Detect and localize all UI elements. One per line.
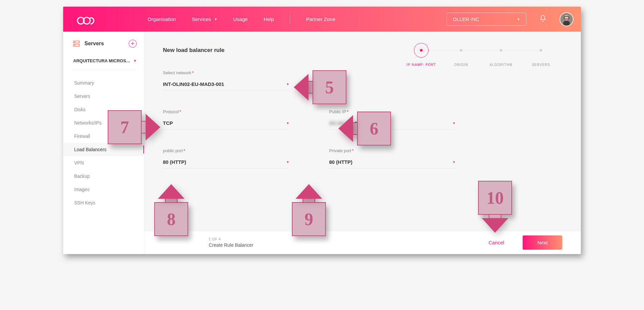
sidebar-item-load-balancers[interactable]: Load Balancers bbox=[63, 143, 144, 156]
footer-subtitle: Create Rule Balancer bbox=[209, 242, 253, 248]
wizard-footer: 1 OF 4 Create Rule Balancer Cancel Next bbox=[144, 231, 581, 254]
nav-services[interactable]: Services▼ bbox=[192, 16, 217, 22]
top-header: Organisation Services▼ Usage Help Partne… bbox=[63, 7, 581, 32]
public-port-label: public port* bbox=[163, 148, 289, 153]
project-label: ARQUITECTURA MICROS… bbox=[73, 58, 130, 63]
private-port-value: 80 (HTTP) bbox=[329, 159, 352, 165]
org-select[interactable]: OLLER INC ▼ bbox=[447, 13, 526, 26]
sidebar-divider bbox=[73, 69, 137, 70]
step-servers[interactable]: SERVERS bbox=[521, 43, 561, 67]
step-counter: 1 OF 4 bbox=[209, 237, 253, 241]
public-port-value: 80 (HTTP) bbox=[163, 159, 186, 165]
svg-point-9 bbox=[74, 45, 75, 45]
sidebar-item-vpn[interactable]: VPN bbox=[63, 156, 144, 169]
sidebar-item-ssh-keys[interactable]: SSH Keys bbox=[63, 196, 144, 209]
public-ip-select[interactable]: XX.XX.XX.17 ▼ bbox=[329, 120, 455, 130]
main-nav: Organisation Services▼ Usage Help Partne… bbox=[148, 14, 335, 24]
logo-icon bbox=[76, 14, 94, 25]
cancel-button[interactable]: Cancel bbox=[488, 240, 504, 245]
field-protocol: Protocol* TCP ▼ bbox=[163, 109, 289, 130]
add-button[interactable]: + bbox=[129, 40, 137, 48]
sidebar-item-firewall[interactable]: Firewall bbox=[63, 130, 144, 143]
sidebar-item-images[interactable]: Images bbox=[63, 183, 144, 196]
field-public-ip: Public IP* XX.XX.XX.17 ▼ bbox=[329, 109, 455, 130]
network-select[interactable]: INT-OLIN02-EU-MAD3-001 ▼ bbox=[163, 81, 289, 91]
svg-rect-4 bbox=[563, 21, 570, 25]
chevron-down-icon: ▼ bbox=[452, 122, 455, 125]
org-select-label: OLLER INC bbox=[453, 16, 479, 22]
nav-organisation[interactable]: Organisation bbox=[148, 16, 176, 22]
nav-help[interactable]: Help bbox=[264, 16, 274, 22]
chevron-down-icon: ▼ bbox=[286, 122, 289, 125]
protocol-label: Protocol* bbox=[163, 109, 289, 114]
chevron-down-icon: ▼ bbox=[517, 18, 520, 21]
field-private-port: Private port* 80 (HTTP) ▼ bbox=[329, 148, 455, 168]
bell-icon[interactable] bbox=[540, 15, 546, 24]
next-button[interactable]: Next bbox=[523, 235, 562, 250]
svg-point-3 bbox=[564, 15, 569, 20]
main-panel: New load balancer rule IP %AMP: PORT ORI… bbox=[144, 32, 581, 254]
step-ip-port[interactable]: IP %AMP: PORT bbox=[401, 43, 441, 67]
network-label: Select network* bbox=[163, 70, 289, 75]
servers-icon bbox=[73, 41, 80, 47]
step-algorithm[interactable]: ALGORITHM bbox=[481, 43, 521, 67]
chevron-down-icon: ▼ bbox=[214, 18, 217, 21]
public-ip-value: XX.XX.XX.17 bbox=[329, 120, 360, 126]
chevron-down-icon: ▼ bbox=[452, 160, 455, 164]
sidebar-item-disks[interactable]: Disks bbox=[63, 103, 144, 116]
project-select[interactable]: ARQUITECTURA MICROS… ▼ bbox=[63, 58, 144, 69]
nav-partner-zone[interactable]: Partner Zone bbox=[306, 16, 335, 22]
field-public-port: public port* 80 (HTTP) ▼ bbox=[163, 148, 289, 168]
public-port-select[interactable]: 80 (HTTP) ▼ bbox=[163, 159, 289, 168]
private-port-label: Private port* bbox=[329, 148, 455, 153]
private-port-select[interactable]: 80 (HTTP) ▼ bbox=[329, 159, 455, 168]
sidebar-item-servers[interactable]: Servers bbox=[63, 90, 144, 103]
protocol-select[interactable]: TCP ▼ bbox=[163, 120, 289, 130]
step-origin[interactable]: ORIGIN bbox=[441, 43, 481, 67]
chevron-down-icon: ▼ bbox=[133, 59, 137, 63]
sidebar: Servers + ARQUITECTURA MICROS… ▼ Summary… bbox=[63, 32, 144, 254]
public-ip-label: Public IP* bbox=[329, 109, 455, 114]
field-network: Select network* INT-OLIN02-EU-MAD3-001 ▼ bbox=[163, 70, 289, 91]
nav-usage[interactable]: Usage bbox=[233, 16, 248, 22]
avatar[interactable] bbox=[560, 12, 574, 26]
sidebar-title: Servers bbox=[84, 41, 104, 47]
sidebar-nav: Summary Servers Disks Networks/IPs Firew… bbox=[63, 76, 144, 209]
sidebar-item-networks-ips[interactable]: Networks/IPs bbox=[63, 116, 144, 130]
svg-point-8 bbox=[74, 42, 75, 42]
sidebar-item-summary[interactable]: Summary bbox=[63, 76, 144, 90]
protocol-value: TCP bbox=[163, 120, 173, 126]
network-value: INT-OLIN02-EU-MAD3-001 bbox=[163, 81, 224, 87]
chevron-down-icon: ▼ bbox=[286, 160, 289, 164]
chevron-down-icon: ▼ bbox=[286, 83, 289, 86]
wizard-stepper: IP %AMP: PORT ORIGIN ALGORITHM SERV bbox=[401, 43, 561, 67]
app-frame: Organisation Services▼ Usage Help Partne… bbox=[63, 7, 581, 254]
nav-divider bbox=[290, 14, 290, 24]
sidebar-item-backup[interactable]: Backup bbox=[63, 169, 144, 183]
